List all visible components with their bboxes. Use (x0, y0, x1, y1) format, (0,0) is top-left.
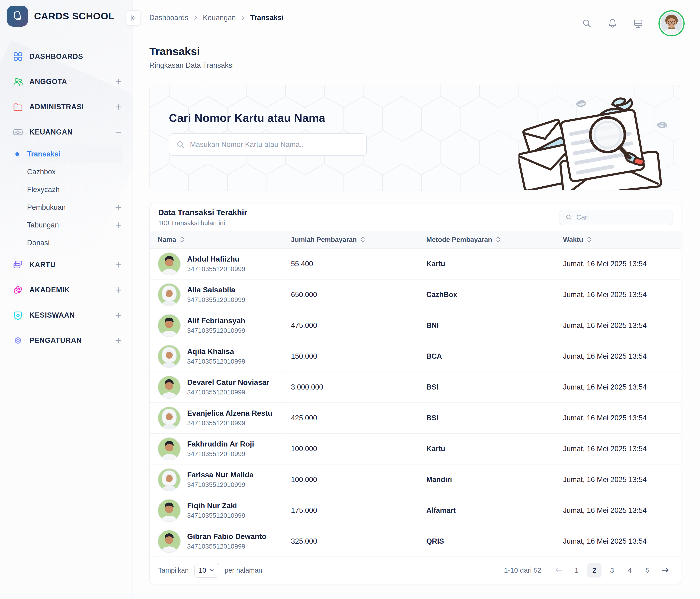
card-search-hero: Cari Nomor Kartu atau Nama (149, 85, 681, 191)
cell-amount: 475.000 (282, 310, 418, 341)
sidebar-item-kesiswaan[interactable]: KESISWAAN (0, 303, 132, 328)
table-row[interactable]: Aqila Khalisa 3471035512010999 150.000 B… (150, 341, 681, 372)
table-row[interactable]: Abdul Hafiizhu 3471035512010999 55.400 K… (150, 249, 681, 280)
plus-icon[interactable] (114, 311, 122, 319)
cell-name: Devarel Catur Noviasar 3471035512010999 (150, 372, 282, 402)
pagination-page-button[interactable]: 5 (640, 563, 655, 577)
cell-name: Fiqih Nur Zaki 3471035512010999 (150, 495, 282, 526)
minus-icon[interactable] (114, 128, 122, 136)
column-header-label: Jumlah Pembayaran (291, 236, 357, 244)
pagination-page-button[interactable]: 3 (605, 563, 619, 577)
sidebar-item-flexycazh[interactable]: Flexycazh (13, 181, 123, 198)
sidebar-item-label: KARTU (29, 261, 108, 269)
cell-name: Fakhruddin Ar Roji 3471035512010999 (150, 434, 282, 464)
sidebar-item-akademik[interactable]: AKADEMIK (0, 278, 132, 303)
student-name: Gibran Fabio Dewanto (187, 532, 267, 541)
breadcrumb-item[interactable]: Keuangan (203, 14, 236, 22)
sidebar: CARDS SCHOOL DASHBOARDS ANGGOTA ADMINIST… (0, 0, 133, 599)
cell-name: Alia Salsabila 3471035512010999 (150, 280, 282, 310)
sidebar-divider (0, 36, 132, 37)
column-header-metode-pembayaran[interactable]: Metode Pembayaran (418, 231, 555, 248)
sidebar-collapse-button[interactable] (126, 10, 141, 26)
app-logo[interactable]: CARDS SCHOOL (7, 6, 115, 27)
sidebar-item-pembukuan[interactable]: Pembukuan (13, 198, 123, 216)
sidebar-item-donasi[interactable]: Donasi (13, 234, 123, 252)
table-row[interactable]: Fakhruddin Ar Roji 3471035512010999 100.… (150, 434, 681, 464)
pagination-next-button[interactable] (658, 563, 673, 577)
pagination: 1-10 dari 52 12345 (504, 563, 673, 577)
cell-amount: 650.000 (282, 280, 418, 310)
monitor-icon[interactable] (633, 18, 644, 29)
pagination-page-button[interactable]: 1 (569, 563, 584, 577)
plus-icon[interactable] (114, 286, 122, 294)
table-row[interactable]: Farissa Nur Malida 3471035512010999 100.… (150, 464, 681, 495)
plus-icon[interactable] (114, 78, 122, 86)
column-header-jumlah-pembayaran[interactable]: Jumlah Pembayaran (282, 231, 418, 248)
cell-amount: 175.000 (282, 495, 418, 526)
cell-time: Jumat, 16 Mei 2025 13:54 (555, 372, 681, 402)
cell-time: Jumat, 16 Mei 2025 13:54 (555, 434, 681, 464)
table-row[interactable]: Alif Febriansyah 3471035512010999 475.00… (150, 310, 681, 341)
table-row[interactable]: Gibran Fabio Dewanto 3471035512010999 32… (150, 526, 681, 557)
card-number: 3471035512010999 (187, 327, 245, 334)
cell-method: CazhBox (418, 280, 555, 310)
table-search-input[interactable] (576, 213, 667, 221)
cell-method: BSI (418, 372, 555, 402)
cell-amount: 100.000 (282, 434, 418, 464)
table-row[interactable]: Fiqih Nur Zaki 3471035512010999 175.000 … (150, 495, 681, 526)
sidebar-item-pengaturan[interactable]: PENGATURAN (0, 328, 132, 353)
plus-icon[interactable] (114, 261, 122, 269)
per-page-control: Tampilkan 10 per halaman (158, 563, 262, 578)
pagination-page-button-active[interactable]: 2 (587, 563, 602, 577)
sidebar-item-cazhbox[interactable]: Cazhbox (13, 163, 123, 181)
cell-name: Aqila Khalisa 3471035512010999 (150, 341, 282, 372)
pagination-page-button[interactable]: 4 (623, 563, 637, 577)
sort-icon (179, 236, 185, 243)
cell-amount: 55.400 (282, 249, 418, 279)
student-name: Alif Febriansyah (187, 316, 245, 325)
app-root: CARDS SCHOOL DASHBOARDS ANGGOTA ADMINIST… (0, 0, 700, 599)
table-row[interactable]: Alia Salsabila 3471035512010999 650.000 … (150, 280, 681, 310)
cell-method: Kartu (418, 434, 555, 464)
chevron-right-icon (193, 15, 199, 21)
cell-name: Alif Febriansyah 3471035512010999 (150, 310, 282, 341)
cell-method: Alfamart (418, 495, 555, 526)
sidebar-item-label: KESISWAAN (29, 311, 108, 319)
sidebar-item-administrasi[interactable]: ADMINISTRASI (0, 94, 132, 120)
student-name: Devarel Catur Noviasar (187, 378, 269, 387)
table-search-box (559, 210, 673, 225)
mail-search-illustration (519, 90, 668, 190)
sidebar-item-transaksi[interactable]: Transaksi (13, 145, 123, 163)
academic-icon (12, 285, 23, 295)
cell-name: Farissa Nur Malida 3471035512010999 (150, 464, 282, 495)
sidebar-item-label: ANGGOTA (29, 77, 108, 86)
sidebar-item-tabungan[interactable]: Tabungan (13, 216, 123, 234)
table-subtitle: 100 Transaksi bulan ini (158, 219, 247, 227)
user-avatar[interactable] (658, 10, 684, 37)
sidebar-item-label: DASHBOARDS (29, 52, 108, 61)
table-row[interactable]: Devarel Catur Noviasar 3471035512010999 … (150, 372, 681, 403)
plus-icon[interactable] (114, 221, 122, 229)
app-logo-icon (7, 6, 28, 27)
column-header-waktu[interactable]: Waktu (555, 231, 681, 248)
column-header-nama[interactable]: Nama (150, 231, 282, 248)
plus-icon[interactable] (114, 203, 122, 211)
sidebar-item-kartu[interactable]: KARTU (0, 252, 132, 278)
sidebar-item-dashboards[interactable]: DASHBOARDS (0, 44, 132, 69)
per-page-select[interactable]: 10 (194, 563, 219, 578)
bell-icon[interactable] (607, 18, 618, 29)
sidebar-item-label: PENGATURAN (29, 336, 108, 345)
pagination-prev-button[interactable] (552, 563, 566, 577)
student-name: Fiqih Nur Zaki (187, 501, 245, 510)
sidebar-item-anggota[interactable]: ANGGOTA (0, 69, 132, 94)
hero-search-input[interactable] (190, 140, 360, 149)
sidebar-item-keuangan[interactable]: KEUANGAN (0, 120, 132, 145)
page-subtitle: Ringkasan Data Transaksi (149, 61, 234, 70)
breadcrumb-item[interactable]: Dashboards (149, 14, 188, 22)
search-icon[interactable] (581, 18, 592, 29)
plus-icon[interactable] (114, 103, 122, 111)
table-row[interactable]: Evanjelica Alzena Restu 3471035512010999… (150, 403, 681, 434)
hero-title: Cari Nomor Kartu atau Nama (169, 112, 325, 124)
student-avatar (158, 437, 181, 460)
plus-icon[interactable] (114, 336, 122, 344)
